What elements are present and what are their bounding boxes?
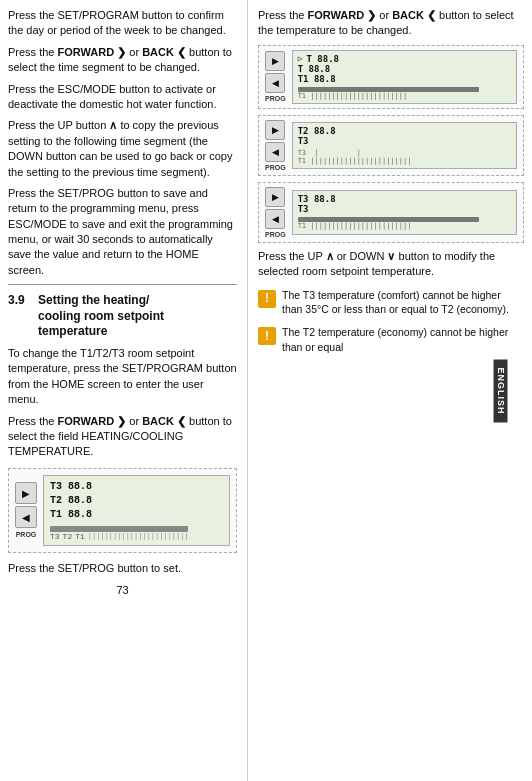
para-right-forward-back: Press the FORWARD ❯ or BACK ❮ button to … <box>258 8 524 39</box>
english-sidebar-tab: ENGLISH <box>493 359 507 422</box>
lcd-t-labels: T3 T2 T1 |||||||||||||||||||||||| <box>50 532 223 541</box>
right-column: Press the FORWARD ❯ or BACK ❮ button to … <box>248 0 532 781</box>
multi-device-illustrations: ▶ ◀ PROG ▷ T 88.8 T 88.8 T1 88.8 T1 ||||… <box>258 45 524 243</box>
lcd-display-t3t2t1: T3 88.8 T2 88.8 T1 88.8 T3 T2 T1 |||||||… <box>43 475 230 546</box>
back-button-icon[interactable]: ◀ <box>15 506 37 528</box>
para-up-down-modify: Press the UP ∧ or DOWN ∨ button to modif… <box>258 249 524 280</box>
device1-forward-btn[interactable]: ▶ <box>265 51 285 71</box>
device3-forward-btn[interactable]: ▶ <box>265 187 285 207</box>
para-forward-back-heating: Press the FORWARD ❯ or BACK ❮ button to … <box>8 414 237 460</box>
left-column: Press the SET/PROGRAM button to confirm … <box>0 0 248 781</box>
section-divider <box>8 284 237 285</box>
para-up-copy: Press the UP button ∧ to copy the previo… <box>8 118 237 180</box>
para-escmode: Press the ESC/MODE button to activate or… <box>8 82 237 113</box>
device2-lcd: T2 88.8 T3 T3 | | T1 |||||||||||||||||||… <box>292 122 517 169</box>
device3-prog-label: PROG <box>265 231 286 238</box>
device-illustration-2: ▶ ◀ PROG T2 88.8 T3 T3 | | T1 ||||||||||… <box>258 115 524 176</box>
device-illustration-1: ▶ ◀ PROG ▷ T 88.8 T 88.8 T1 88.8 T1 ||||… <box>258 45 524 109</box>
page-number: 73 <box>8 584 237 596</box>
para-forward-back-time: Press the FORWARD ❯ or BACK ❮ button to … <box>8 45 237 76</box>
para-t1t2t3: To change the T1/T2/T3 room setpoint tem… <box>8 346 237 408</box>
device2-forward-btn[interactable]: ▶ <box>265 120 285 140</box>
device2-prog-label: PROG <box>265 164 286 171</box>
lcd-row-t1: T1 88.8 <box>50 508 223 522</box>
device1-back-btn[interactable]: ◀ <box>265 73 285 93</box>
warning-text-1: The T3 temperature (comfort) cannot be h… <box>282 288 524 317</box>
device3-back-btn[interactable]: ◀ <box>265 209 285 229</box>
device-illustration-t3t2t1: ▶ ◀ PROG T3 88.8 T2 88.8 T1 88.8 T3 T2 T… <box>8 468 237 553</box>
warning-text-2: The T2 temperature (economy) cannot be h… <box>282 325 524 354</box>
device2-buttons: ▶ ◀ PROG <box>265 120 286 171</box>
device1-lcd: ▷ T 88.8 T 88.8 T1 88.8 T1 |||||||||||||… <box>292 50 517 104</box>
device3-lcd: T3 88.8 T3 T1 |||||||||||||||||||||||| <box>292 190 517 235</box>
para-setprog: Press the SET/PROGRAM button to confirm … <box>8 8 237 39</box>
device3-buttons: ▶ ◀ PROG <box>265 187 286 238</box>
warning-box-2: ! The T2 temperature (economy) cannot be… <box>258 325 524 354</box>
device-buttons-left: ▶ ◀ PROG <box>15 482 37 538</box>
warning-icon-2: ! <box>258 327 276 345</box>
warning-box-1: ! The T3 temperature (comfort) cannot be… <box>258 288 524 317</box>
device-illustration-3: ▶ ◀ PROG T3 88.8 T3 T1 |||||||||||||||||… <box>258 182 524 243</box>
device2-back-btn[interactable]: ◀ <box>265 142 285 162</box>
set-prog-set: Press the SET/PROG button to set. <box>8 561 237 576</box>
forward-button-icon[interactable]: ▶ <box>15 482 37 504</box>
para-setprog-save: Press the SET/PROG button to save and re… <box>8 186 237 278</box>
lcd-row-t3: T3 88.8 <box>50 480 223 494</box>
device1-buttons: ▶ ◀ PROG <box>265 51 286 102</box>
warning-icon-1: ! <box>258 290 276 308</box>
device1-prog-label: PROG <box>265 95 286 102</box>
lcd-row-t2: T2 88.8 <box>50 494 223 508</box>
section-heading-39: 3.9 Setting the heating/ cooling room se… <box>8 293 237 340</box>
